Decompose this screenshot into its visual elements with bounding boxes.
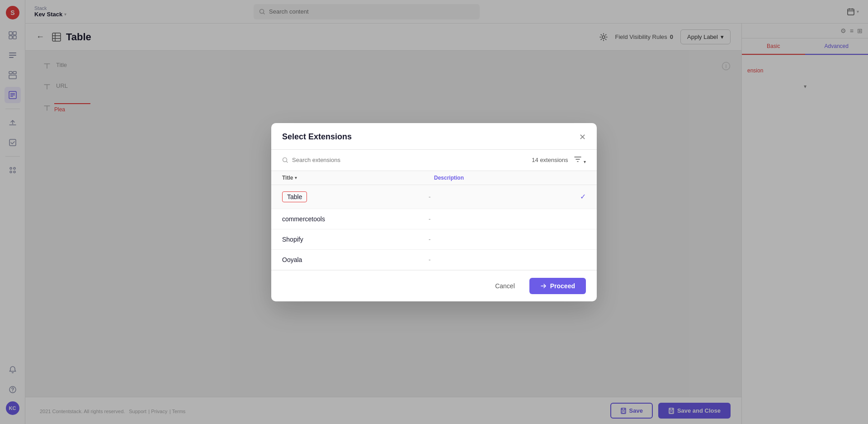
extension-name-shopify: Shopify [282, 236, 429, 243]
extension-desc-table: - [429, 193, 575, 200]
modal-search-icon [282, 157, 288, 163]
col-description-header: Description [434, 175, 586, 181]
extension-row-table[interactable]: Table - ✓ [271, 185, 597, 209]
select-extensions-modal: Select Extensions ✕ 14 extensions ▾ [271, 123, 597, 301]
modal-footer: Cancel Proceed [271, 270, 597, 301]
modal-search-input[interactable] [292, 157, 526, 163]
cancel-button[interactable]: Cancel [486, 279, 524, 293]
extension-name-ooyala: Ooyala [282, 256, 429, 263]
extension-row-ooyala[interactable]: Ooyala - [271, 250, 597, 270]
proceed-button[interactable]: Proceed [529, 278, 586, 294]
extension-check-table: ✓ [575, 192, 586, 201]
proceed-arrow-icon [540, 283, 547, 289]
extension-desc-shopify: - [429, 236, 575, 243]
col-title-header[interactable]: Title ▾ [282, 175, 434, 181]
modal-close-button[interactable]: ✕ [579, 132, 586, 142]
extension-name-commercetools: commercetools [282, 215, 429, 223]
modal-table-header: Title ▾ Description [271, 171, 597, 185]
search-input-wrap [282, 157, 526, 163]
extension-desc-ooyala: - [429, 256, 575, 263]
modal-header: Select Extensions ✕ [271, 123, 597, 150]
modal-table-body: Table - ✓ commercetools - Shopify - Ooya… [271, 185, 597, 270]
proceed-label: Proceed [550, 282, 575, 290]
sort-chevron: ▾ [295, 176, 297, 180]
extensions-count: 14 extensions [532, 157, 568, 163]
modal-search-bar: 14 extensions ▾ [271, 150, 597, 171]
filter-icon[interactable]: ▾ [574, 155, 586, 165]
modal-title: Select Extensions [282, 132, 352, 142]
extension-desc-commercetools: - [429, 215, 575, 223]
extension-row-commercetools[interactable]: commercetools - [271, 209, 597, 229]
extension-row-shopify[interactable]: Shopify - [271, 229, 597, 250]
modal-overlay[interactable]: Select Extensions ✕ 14 extensions ▾ [0, 0, 868, 424]
extension-name-table: Table [282, 191, 429, 202]
